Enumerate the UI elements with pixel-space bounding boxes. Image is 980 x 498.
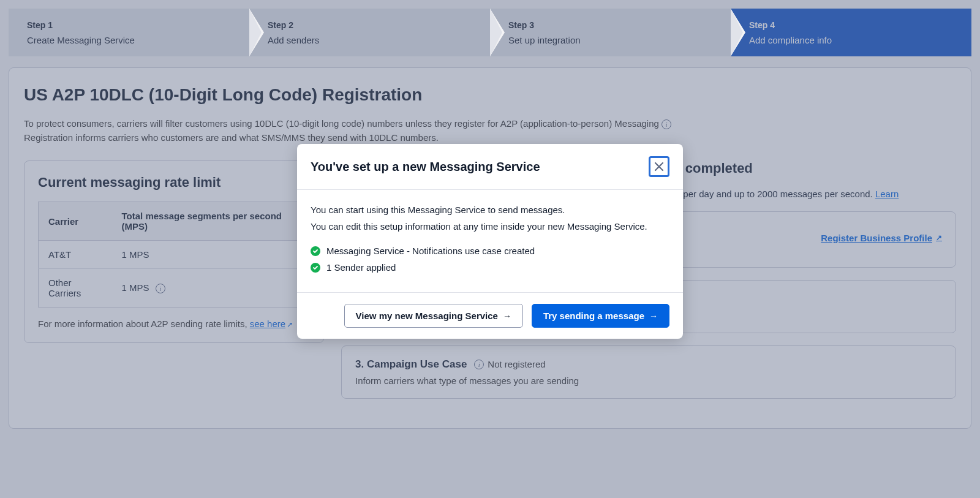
close-button[interactable] (649, 156, 669, 177)
try-sending-message-button[interactable]: Try sending a message → (532, 304, 669, 328)
arrow-right-icon: → (649, 311, 658, 321)
close-icon (654, 162, 664, 172)
setup-complete-modal: You've set up a new Messaging Service Yo… (297, 144, 683, 339)
modal-body-line2: You can edit this setup information at a… (311, 220, 669, 234)
check-item: Messaging Service - Notifications use ca… (311, 246, 669, 256)
modal-overlay[interactable]: You've set up a new Messaging Service Yo… (0, 0, 980, 498)
modal-title: You've set up a new Messaging Service (311, 160, 540, 174)
arrow-right-icon: → (503, 311, 511, 321)
modal-body-line1: You can start using this Messaging Servi… (311, 203, 669, 217)
check-item: 1 Sender applied (311, 262, 669, 273)
check-circle-icon (311, 246, 320, 256)
view-messaging-service-button[interactable]: View my new Messaging Service → (344, 304, 523, 328)
check-circle-icon (311, 263, 320, 273)
